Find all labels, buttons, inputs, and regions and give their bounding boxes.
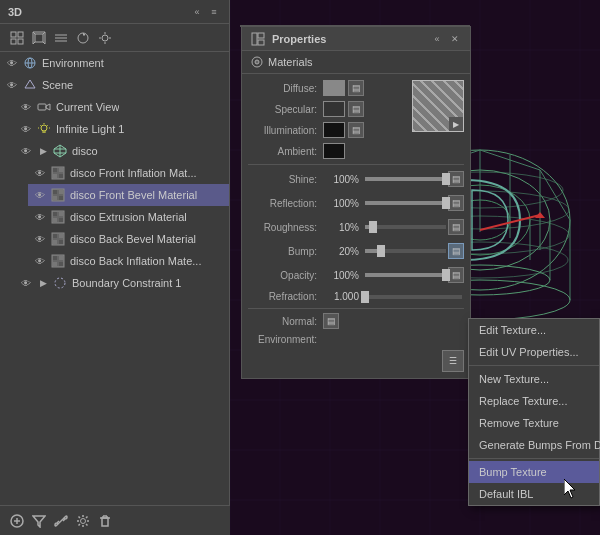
left-panel: 3D « ≡ [0, 0, 230, 535]
panel-title: 3D [8, 6, 22, 18]
specular-color-swatch[interactable] [323, 101, 345, 117]
shine-slider[interactable] [365, 177, 446, 181]
refraction-slider[interactable] [365, 295, 462, 299]
normal-file-btn[interactable]: ▤ [323, 313, 339, 329]
texture-thumbnail[interactable]: ▶ [412, 80, 464, 132]
eye-icon-front-bevel[interactable]: 👁 [32, 187, 48, 203]
materials-tab[interactable]: Materials [250, 55, 313, 69]
properties-title-area: Properties [250, 31, 326, 47]
illumination-file-btn[interactable]: ▤ [348, 122, 364, 138]
opacity-row: Opacity: 100% ▤ [248, 265, 464, 285]
svg-rect-94 [59, 196, 63, 200]
layer-item-environment[interactable]: 👁 Environment [0, 52, 229, 74]
opacity-btn[interactable]: ▤ [448, 267, 464, 283]
eye-icon-back-bevel[interactable]: 👁 [32, 231, 48, 247]
svg-rect-86 [53, 168, 57, 172]
layer-item-extrusion[interactable]: 👁 disco Extrusion Material [28, 206, 229, 228]
eye-icon-boundary[interactable]: 👁 [18, 275, 34, 291]
layer-item-front-bevel[interactable]: 👁 disco Front Bevel Material [28, 184, 229, 206]
layer-item-front-inflation[interactable]: 👁 disco Front Inflation Mat... [28, 162, 229, 184]
layer-item-back-inflation[interactable]: 👁 disco Back Inflation Mate... [28, 250, 229, 272]
toolbar-row [0, 24, 229, 52]
shine-btn[interactable]: ▤ [448, 171, 464, 187]
texture-expand-btn[interactable]: ▶ [449, 117, 463, 131]
bump-btn[interactable]: ▤ [448, 243, 464, 259]
add-layer-btn[interactable] [8, 512, 26, 530]
eye-icon-extrusion[interactable]: 👁 [32, 209, 48, 225]
properties-controls: « ✕ [430, 32, 462, 46]
svg-point-110 [55, 278, 65, 288]
rotate-icon[interactable] [74, 29, 92, 47]
edit-texture-item[interactable]: Edit Texture... [469, 319, 599, 341]
expand-boundary-icon[interactable]: ▶ [36, 276, 50, 290]
ambient-color-swatch[interactable] [323, 143, 345, 159]
light-icon[interactable] [96, 29, 114, 47]
roughness-label: Roughness: [248, 222, 323, 233]
bump-texture-item[interactable]: Bump Texture [469, 461, 599, 483]
layer-item-current-view[interactable]: 👁 Current View [14, 96, 229, 118]
generate-bumps-item[interactable]: Generate Bumps From D... [469, 434, 599, 456]
eye-icon-disco[interactable]: 👁 [18, 143, 34, 159]
props-close-btn[interactable]: ✕ [448, 32, 462, 46]
layer-item-boundary[interactable]: 👁 ▶ Boundary Constraint 1 [14, 272, 229, 294]
svg-rect-102 [59, 234, 63, 238]
roughness-btn[interactable]: ▤ [448, 219, 464, 235]
link-btn[interactable] [52, 512, 70, 530]
layer-item-back-bevel[interactable]: 👁 disco Back Bevel Material [28, 228, 229, 250]
eye-icon-infinite-light[interactable]: 👁 [18, 121, 34, 137]
infinite-light-label: Infinite Light 1 [56, 123, 125, 135]
reflection-label: Reflection: [248, 198, 323, 209]
collapse-panel-btn[interactable]: « [190, 5, 204, 19]
trash-btn[interactable] [96, 512, 114, 530]
shine-label: Shine: [248, 174, 323, 185]
opacity-slider[interactable] [365, 273, 446, 277]
context-menu-sep-1 [469, 365, 599, 366]
reflection-btn[interactable]: ▤ [448, 195, 464, 211]
roughness-row: Roughness: 10% ▤ [248, 217, 464, 237]
svg-rect-89 [59, 174, 63, 178]
bump-row: Bump: 20% ▤ [248, 241, 464, 261]
layer-item-scene[interactable]: 👁 Scene [0, 74, 229, 96]
edit-uv-properties-item[interactable]: Edit UV Properties... [469, 341, 599, 363]
replace-texture-item[interactable]: Replace Texture... [469, 390, 599, 412]
bump-slider[interactable] [365, 249, 446, 253]
reflection-slider[interactable] [365, 201, 446, 205]
opacity-value: 100% [323, 270, 363, 281]
diffuse-color-swatch[interactable] [323, 80, 345, 96]
environment-label-props: Environment: [248, 334, 323, 345]
eye-icon-current-view[interactable]: 👁 [18, 99, 34, 115]
svg-rect-97 [59, 212, 63, 216]
bottom-action-btn[interactable]: ☰ [442, 350, 464, 372]
diffuse-file-btn[interactable]: ▤ [348, 80, 364, 96]
cube-icon[interactable] [30, 29, 48, 47]
new-texture-item[interactable]: New Texture... [469, 368, 599, 390]
eye-icon-back-inflation[interactable]: 👁 [32, 253, 48, 269]
disco-label: disco [72, 145, 98, 157]
filter-btn[interactable] [30, 512, 48, 530]
normal-label: Normal: [248, 316, 323, 327]
specular-file-btn[interactable]: ▤ [348, 101, 364, 117]
illumination-color-swatch[interactable] [323, 122, 345, 138]
context-menu-sep-2 [469, 458, 599, 459]
default-ibl-item[interactable]: Default IBL [469, 483, 599, 505]
layer-item-infinite-light[interactable]: 👁 Infinite Light 1 [14, 118, 229, 140]
current-view-label: Current View [56, 101, 119, 113]
eye-icon-environment[interactable]: 👁 [4, 55, 20, 71]
grid-icon[interactable] [8, 29, 26, 47]
eye-icon-scene[interactable]: 👁 [4, 77, 20, 93]
remove-texture-item[interactable]: Remove Texture [469, 412, 599, 434]
expand-disco-icon[interactable]: ▶ [36, 144, 50, 158]
props-collapse-btn[interactable]: « [430, 32, 444, 46]
bump-value: 20% [323, 246, 363, 257]
layer-item-disco[interactable]: 👁 ▶ disco [14, 140, 229, 162]
roughness-slider[interactable] [365, 225, 446, 229]
svg-rect-48 [11, 39, 16, 44]
menu-panel-btn[interactable]: ≡ [207, 5, 221, 19]
svg-rect-92 [59, 190, 63, 194]
settings-btn[interactable] [74, 512, 92, 530]
eye-icon-front-inflation[interactable]: 👁 [32, 165, 48, 181]
refraction-value: 1.000 [323, 291, 363, 302]
layers-icon[interactable] [52, 29, 70, 47]
properties-panel-header: Properties « ✕ [242, 27, 470, 51]
roughness-value: 10% [323, 222, 363, 233]
